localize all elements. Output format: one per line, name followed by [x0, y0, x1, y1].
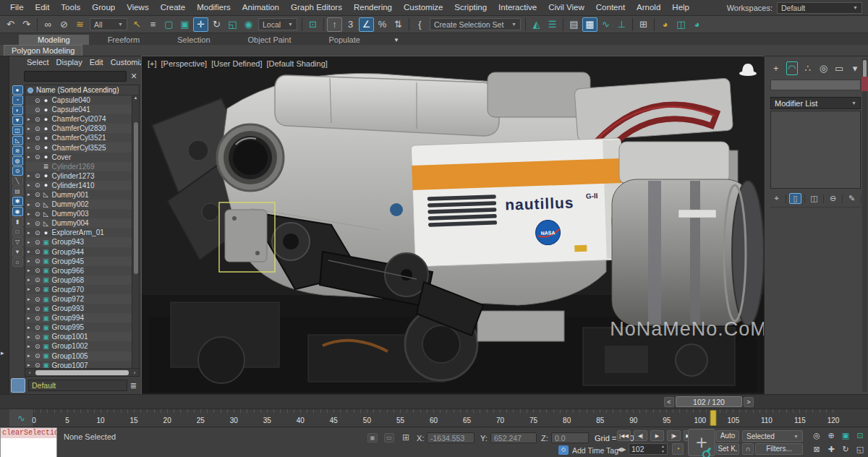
- explorer-object-row[interactable]: ▸ ⊙ ● ChamferCyl2074: [25, 114, 132, 124]
- object-color-swatch[interactable]: [861, 77, 868, 91]
- zoom-all-button[interactable]: ⊕: [825, 430, 838, 442]
- select-filter[interactable]: ●: [12, 85, 23, 95]
- modifier-list-dropdown[interactable]: Modifier List ▼: [770, 97, 861, 109]
- scroll-right-icon[interactable]: ›: [130, 370, 139, 376]
- display-cameras-filter[interactable]: ◫: [12, 126, 23, 135]
- visibility-eye-icon[interactable]: ⊙: [35, 153, 41, 161]
- utilities-overflow-arrow[interactable]: ▾: [849, 61, 861, 75]
- display-tab[interactable]: ▭: [833, 61, 845, 75]
- expand-arrow-icon[interactable]: ▸: [27, 277, 33, 283]
- ribbon-tab[interactable]: Populate: [310, 35, 378, 45]
- display-bones-filter[interactable]: ╲: [12, 176, 23, 186]
- dope-sheet-button[interactable]: ⊥: [614, 17, 629, 32]
- menu-item[interactable]: Graph Editors: [285, 0, 348, 15]
- hierarchy-tab[interactable]: ∴: [802, 61, 814, 75]
- menu-item[interactable]: Create: [155, 0, 192, 15]
- visibility-eye-icon[interactable]: ⊙: [35, 267, 41, 274]
- layers-icon[interactable]: ≣: [130, 381, 138, 390]
- visibility-eye-icon[interactable]: ⊙: [35, 296, 41, 303]
- selection-set-color-button[interactable]: [11, 378, 25, 393]
- play-animation-button[interactable]: ▶: [650, 430, 664, 441]
- create-tab[interactable]: +: [770, 61, 782, 75]
- menu-item[interactable]: Views: [121, 0, 154, 15]
- explorer-object-row[interactable]: ▸ ⊙ ▣ Group944: [25, 247, 132, 257]
- pin-stack-button[interactable]: ⌖: [770, 193, 783, 204]
- ribbon-tab[interactable]: Modeling: [19, 35, 89, 45]
- expand-arrow-icon[interactable]: ▸: [27, 343, 33, 349]
- remove-modifier-button[interactable]: ⊖: [827, 193, 839, 204]
- visibility-eye-icon[interactable]: ⊙: [35, 116, 41, 123]
- viewport-label-segment[interactable]: [User Defined]: [211, 59, 262, 68]
- visibility-eye-icon[interactable]: ⊙: [35, 352, 41, 359]
- maxscript-mini-listener[interactable]: clearSelection: [0, 427, 57, 457]
- expand-arrow-icon[interactable]: ▸: [27, 334, 33, 340]
- reference-coordinate-system-dropdown[interactable]: Local ▼: [258, 18, 297, 30]
- horizontal-scrollbar[interactable]: ‹ ›: [25, 368, 139, 376]
- workspace-dropdown[interactable]: Default ▼: [777, 2, 862, 14]
- expand-arrow-icon[interactable]: ▸: [27, 306, 33, 312]
- explorer-object-row[interactable]: ▸ ⊙ ▣ Group943: [25, 237, 132, 247]
- menu-item[interactable]: Tools: [55, 0, 86, 15]
- modifier-stack[interactable]: [770, 111, 861, 189]
- explorer-object-row[interactable]: ▸ ⊙ ▣ Group966: [25, 266, 132, 276]
- motion-tab[interactable]: ◎: [817, 61, 829, 75]
- add-time-tag-button[interactable]: Add Time Tag: [572, 446, 618, 455]
- viewport-label-segment[interactable]: [Perspective]: [161, 59, 208, 68]
- display-shapes-filter[interactable]: ◗: [12, 106, 23, 115]
- expand-arrow-icon[interactable]: ▸: [27, 182, 33, 188]
- explorer-object-row[interactable]: ▸ ⊙ ▣ Group970: [25, 285, 132, 294]
- ribbon-tab[interactable]: Object Paint: [229, 35, 310, 45]
- explorer-object-row[interactable]: ▸ ⊙ ▣ Group993: [25, 304, 132, 313]
- expand-arrow-icon[interactable]: ▸: [27, 211, 33, 217]
- make-unique-button[interactable]: ◫: [808, 193, 820, 204]
- spinner-down-icon[interactable]: ▼: [661, 449, 665, 454]
- select-and-scale-button[interactable]: ◱: [225, 17, 240, 32]
- x-coordinate-field[interactable]: -1634.553: [427, 432, 475, 443]
- previous-frame-button[interactable]: ◀|: [634, 430, 647, 441]
- z-coordinate-field[interactable]: 0.0: [551, 432, 589, 443]
- visibility-eye-icon[interactable]: ⊙: [35, 239, 41, 246]
- lock-cell-editing-button[interactable]: ▮: [12, 217, 23, 226]
- panel-scrollbar[interactable]: [862, 59, 867, 392]
- explorer-object-row[interactable]: ▸ ⊙ ▣ Group1002: [25, 341, 132, 351]
- visibility-eye-icon[interactable]: ⊙: [35, 343, 41, 350]
- window-crossing-toggle-button[interactable]: ▣: [177, 17, 192, 32]
- keyboard-shortcut-override-button[interactable]: ↑: [327, 17, 342, 32]
- align-button[interactable]: ☰: [545, 17, 560, 32]
- rendered-frame-window-button[interactable]: ◫: [673, 17, 689, 32]
- pan-view-button[interactable]: ✚: [825, 443, 838, 456]
- expand-arrow-icon[interactable]: ▸: [27, 126, 33, 132]
- menu-item[interactable]: Scripting: [448, 0, 493, 15]
- expand-arrow-icon[interactable]: ▸: [27, 249, 33, 255]
- scrollbar-thumb[interactable]: [134, 122, 138, 274]
- explorer-menu-item[interactable]: Edit: [86, 58, 107, 69]
- clear-search-icon[interactable]: ✕: [129, 72, 139, 81]
- selection-filter-dropdown[interactable]: All ▼: [90, 18, 127, 30]
- expand-arrow-icon[interactable]: ▸: [27, 135, 33, 141]
- use-pivot-point-center-button[interactable]: ⊡: [305, 17, 320, 32]
- display-hidden-filter[interactable]: ◉: [12, 207, 23, 216]
- scroll-up-icon[interactable]: ▲: [134, 95, 138, 102]
- zoom-extents-all-button[interactable]: ⊡: [854, 430, 867, 442]
- menu-item[interactable]: Animation: [237, 0, 285, 15]
- rectangular-selection-region-button[interactable]: ▢: [161, 17, 176, 32]
- object-name-field[interactable]: [770, 80, 861, 90]
- expand-arrow-icon[interactable]: ▸: [27, 268, 33, 273]
- display-xrefs-filter[interactable]: ⊙: [12, 166, 23, 176]
- visibility-eye-icon[interactable]: ⊙: [35, 181, 41, 189]
- vertical-scrollbar[interactable]: ▲: [132, 95, 139, 368]
- select-by-name-button[interactable]: ≡: [145, 17, 161, 32]
- menu-item[interactable]: Arnold: [631, 0, 666, 15]
- viewport-label-segment[interactable]: [+]: [148, 59, 157, 68]
- explorer-object-row[interactable]: ▸ ⊙ ▣ Group1005: [25, 351, 132, 361]
- visibility-eye-icon[interactable]: ⊙: [35, 172, 41, 179]
- current-frame-field[interactable]: 102 ▲ ▼: [629, 443, 668, 455]
- playhead[interactable]: [710, 410, 717, 426]
- time-tag-icon[interactable]: ◇: [558, 445, 569, 455]
- expand-arrow-icon[interactable]: ▸: [27, 221, 33, 226]
- expand-arrow-icon[interactable]: ▸: [27, 173, 33, 179]
- explorer-object-row[interactable]: ▸ ⊙ ≣ Cylinder1269: [25, 162, 132, 171]
- orbit-button[interactable]: ↻: [839, 443, 852, 456]
- maximize-viewport-toggle-button[interactable]: ◱: [854, 443, 867, 456]
- display-dependents-button[interactable]: □: [12, 227, 23, 236]
